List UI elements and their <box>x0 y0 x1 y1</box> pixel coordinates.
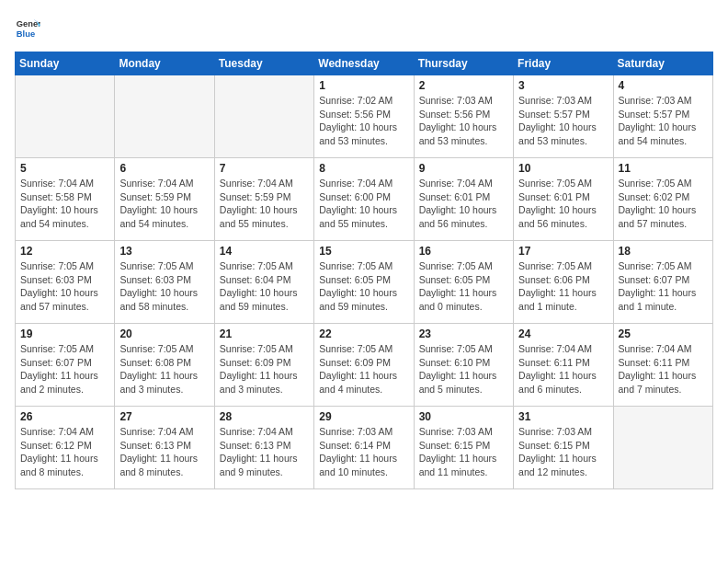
day-info: Sunrise: 7:05 AMSunset: 6:07 PMDaylight:… <box>20 342 109 396</box>
day-number: 11 <box>619 162 708 175</box>
day-info: Sunrise: 7:05 AMSunset: 6:10 PMDaylight:… <box>419 342 508 396</box>
calendar-day-cell: 19Sunrise: 7:05 AMSunset: 6:07 PMDayligh… <box>16 324 115 407</box>
calendar-day-cell: 2Sunrise: 7:03 AMSunset: 5:56 PMDaylight… <box>414 75 513 158</box>
calendar-day-cell: 24Sunrise: 7:04 AMSunset: 6:11 PMDayligh… <box>514 324 613 407</box>
day-info: Sunrise: 7:03 AMSunset: 5:57 PMDaylight:… <box>518 94 608 148</box>
calendar-day-cell: 17Sunrise: 7:05 AMSunset: 6:06 PMDayligh… <box>514 241 613 324</box>
day-info: Sunrise: 7:05 AMSunset: 6:02 PMDaylight:… <box>619 177 708 231</box>
day-number: 25 <box>619 327 708 340</box>
calendar-day-cell <box>16 75 115 158</box>
day-info: Sunrise: 7:04 AMSunset: 5:58 PMDaylight:… <box>20 177 109 231</box>
calendar-day-cell: 3Sunrise: 7:03 AMSunset: 5:57 PMDaylight… <box>514 75 613 158</box>
day-info: Sunrise: 7:04 AMSunset: 5:59 PMDaylight:… <box>220 177 309 231</box>
day-number: 8 <box>319 162 408 175</box>
calendar-day-cell <box>214 75 313 158</box>
calendar-day-cell: 18Sunrise: 7:05 AMSunset: 6:07 PMDayligh… <box>613 241 712 324</box>
calendar-week-row: 1Sunrise: 7:02 AMSunset: 5:56 PMDaylight… <box>16 75 713 158</box>
calendar-week-row: 26Sunrise: 7:04 AMSunset: 6:12 PMDayligh… <box>16 407 713 489</box>
day-number: 13 <box>119 245 209 258</box>
weekday-header: Thursday <box>414 52 513 75</box>
calendar-day-cell: 20Sunrise: 7:05 AMSunset: 6:08 PMDayligh… <box>115 324 214 407</box>
calendar-day-cell: 29Sunrise: 7:03 AMSunset: 6:14 PMDayligh… <box>314 407 414 489</box>
calendar-day-cell <box>613 407 712 489</box>
day-number: 5 <box>20 162 109 175</box>
calendar-day-cell: 10Sunrise: 7:05 AMSunset: 6:01 PMDayligh… <box>514 158 613 241</box>
calendar-day-cell: 14Sunrise: 7:05 AMSunset: 6:04 PMDayligh… <box>214 241 313 324</box>
day-number: 21 <box>220 327 309 340</box>
calendar-day-cell: 5Sunrise: 7:04 AMSunset: 5:58 PMDaylight… <box>16 158 115 241</box>
calendar-day-cell: 28Sunrise: 7:04 AMSunset: 6:13 PMDayligh… <box>214 407 313 489</box>
day-number: 18 <box>619 245 708 258</box>
day-number: 2 <box>419 79 508 92</box>
calendar-day-cell: 15Sunrise: 7:05 AMSunset: 6:05 PMDayligh… <box>314 241 414 324</box>
day-number: 3 <box>518 79 608 92</box>
calendar-day-cell: 31Sunrise: 7:03 AMSunset: 6:15 PMDayligh… <box>514 407 613 489</box>
day-info: Sunrise: 7:04 AMSunset: 6:12 PMDaylight:… <box>20 425 109 479</box>
calendar-day-cell: 1Sunrise: 7:02 AMSunset: 5:56 PMDaylight… <box>314 75 414 158</box>
calendar-day-cell: 4Sunrise: 7:03 AMSunset: 5:57 PMDaylight… <box>613 75 712 158</box>
calendar-day-cell: 21Sunrise: 7:05 AMSunset: 6:09 PMDayligh… <box>214 324 313 407</box>
calendar-day-cell: 26Sunrise: 7:04 AMSunset: 6:12 PMDayligh… <box>16 407 115 489</box>
day-info: Sunrise: 7:03 AMSunset: 5:57 PMDaylight:… <box>619 94 708 148</box>
calendar-day-cell: 16Sunrise: 7:05 AMSunset: 6:05 PMDayligh… <box>414 241 513 324</box>
calendar-day-cell: 8Sunrise: 7:04 AMSunset: 6:00 PMDaylight… <box>314 158 414 241</box>
day-info: Sunrise: 7:05 AMSunset: 6:05 PMDaylight:… <box>319 259 408 314</box>
day-number: 12 <box>20 245 109 258</box>
svg-text:Blue: Blue <box>17 29 35 39</box>
day-number: 30 <box>419 410 508 423</box>
day-info: Sunrise: 7:04 AMSunset: 6:01 PMDaylight:… <box>419 177 508 231</box>
weekday-header: Monday <box>115 52 214 75</box>
day-info: Sunrise: 7:03 AMSunset: 6:15 PMDaylight:… <box>518 425 608 479</box>
day-info: Sunrise: 7:05 AMSunset: 6:08 PMDaylight:… <box>119 342 209 396</box>
weekday-header: Tuesday <box>214 52 313 75</box>
weekday-header: Friday <box>514 52 613 75</box>
calendar-day-cell: 7Sunrise: 7:04 AMSunset: 5:59 PMDaylight… <box>214 158 313 241</box>
calendar-day-cell: 30Sunrise: 7:03 AMSunset: 6:15 PMDayligh… <box>414 407 513 489</box>
day-number: 24 <box>518 327 608 340</box>
day-info: Sunrise: 7:05 AMSunset: 6:05 PMDaylight:… <box>419 259 508 314</box>
day-info: Sunrise: 7:05 AMSunset: 6:04 PMDaylight:… <box>220 259 309 314</box>
day-number: 14 <box>220 245 309 258</box>
page-header: General Blue <box>15 15 713 40</box>
svg-text:General: General <box>17 19 40 29</box>
day-number: 28 <box>220 410 309 423</box>
day-number: 17 <box>518 245 608 258</box>
day-info: Sunrise: 7:04 AMSunset: 6:11 PMDaylight:… <box>518 342 608 396</box>
calendar-day-cell <box>115 75 214 158</box>
calendar-day-cell: 25Sunrise: 7:04 AMSunset: 6:11 PMDayligh… <box>613 324 712 407</box>
day-number: 1 <box>319 79 408 92</box>
calendar-table: SundayMondayTuesdayWednesdayThursdayFrid… <box>15 52 713 489</box>
day-number: 6 <box>119 162 209 175</box>
calendar-day-cell: 13Sunrise: 7:05 AMSunset: 6:03 PMDayligh… <box>115 241 214 324</box>
weekday-header: Saturday <box>613 52 712 75</box>
day-number: 4 <box>619 79 708 92</box>
day-info: Sunrise: 7:05 AMSunset: 6:07 PMDaylight:… <box>619 259 708 314</box>
weekday-header: Wednesday <box>314 52 414 75</box>
day-number: 15 <box>319 245 408 258</box>
day-info: Sunrise: 7:05 AMSunset: 6:01 PMDaylight:… <box>518 177 608 231</box>
day-info: Sunrise: 7:04 AMSunset: 6:11 PMDaylight:… <box>619 342 708 396</box>
day-info: Sunrise: 7:04 AMSunset: 6:13 PMDaylight:… <box>119 425 209 479</box>
day-info: Sunrise: 7:03 AMSunset: 5:56 PMDaylight:… <box>419 94 508 148</box>
calendar-day-cell: 22Sunrise: 7:05 AMSunset: 6:09 PMDayligh… <box>314 324 414 407</box>
day-info: Sunrise: 7:04 AMSunset: 6:00 PMDaylight:… <box>319 177 408 231</box>
calendar-day-cell: 9Sunrise: 7:04 AMSunset: 6:01 PMDaylight… <box>414 158 513 241</box>
day-info: Sunrise: 7:05 AMSunset: 6:06 PMDaylight:… <box>518 259 608 314</box>
calendar-day-cell: 23Sunrise: 7:05 AMSunset: 6:10 PMDayligh… <box>414 324 513 407</box>
calendar-day-cell: 11Sunrise: 7:05 AMSunset: 6:02 PMDayligh… <box>613 158 712 241</box>
day-info: Sunrise: 7:05 AMSunset: 6:09 PMDaylight:… <box>220 342 309 396</box>
day-info: Sunrise: 7:04 AMSunset: 5:59 PMDaylight:… <box>119 177 209 231</box>
calendar-week-row: 19Sunrise: 7:05 AMSunset: 6:07 PMDayligh… <box>16 324 713 407</box>
day-info: Sunrise: 7:05 AMSunset: 6:03 PMDaylight:… <box>119 259 209 314</box>
calendar-day-cell: 12Sunrise: 7:05 AMSunset: 6:03 PMDayligh… <box>16 241 115 324</box>
calendar-header-row: SundayMondayTuesdayWednesdayThursdayFrid… <box>16 52 713 75</box>
day-number: 27 <box>119 410 209 423</box>
day-number: 7 <box>220 162 309 175</box>
day-number: 22 <box>319 327 408 340</box>
day-number: 20 <box>119 327 209 340</box>
day-number: 23 <box>419 327 508 340</box>
day-info: Sunrise: 7:03 AMSunset: 6:15 PMDaylight:… <box>419 425 508 479</box>
day-number: 19 <box>20 327 109 340</box>
day-number: 10 <box>518 162 608 175</box>
day-number: 9 <box>419 162 508 175</box>
